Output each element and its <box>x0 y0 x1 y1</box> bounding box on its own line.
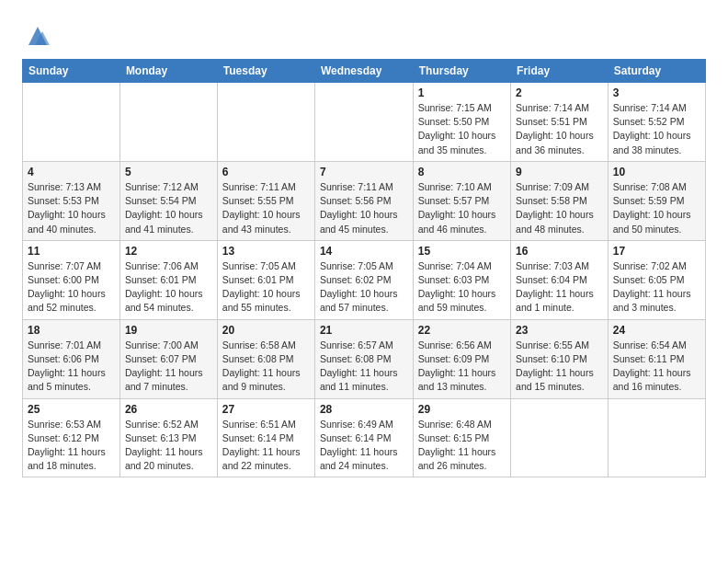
day-info: Sunrise: 6:54 AMSunset: 6:11 PMDaylight:… <box>613 339 700 395</box>
calendar-cell: 15Sunrise: 7:04 AMSunset: 6:03 PMDayligh… <box>413 240 510 319</box>
calendar-cell: 23Sunrise: 6:55 AMSunset: 6:10 PMDayligh… <box>511 319 609 398</box>
calendar-header-row: SundayMondayTuesdayWednesdayThursdayFrid… <box>23 60 706 83</box>
calendar-cell: 4Sunrise: 7:13 AMSunset: 5:53 PMDaylight… <box>23 161 120 240</box>
day-info: Sunrise: 7:12 AMSunset: 5:54 PMDaylight:… <box>125 180 212 236</box>
day-info: Sunrise: 7:02 AMSunset: 6:05 PMDaylight:… <box>613 259 700 316</box>
calendar-cell <box>119 83 217 162</box>
calendar-cell: 17Sunrise: 7:02 AMSunset: 6:05 PMDayligh… <box>608 240 705 319</box>
day-number: 17 <box>613 245 700 258</box>
calendar-header-thursday: Thursday <box>413 60 510 83</box>
day-info: Sunrise: 6:52 AMSunset: 6:13 PMDaylight:… <box>125 418 212 474</box>
day-number: 19 <box>125 324 212 337</box>
day-number: 16 <box>516 245 603 258</box>
day-info: Sunrise: 7:09 AMSunset: 5:58 PMDaylight:… <box>516 180 603 236</box>
calendar-header-tuesday: Tuesday <box>217 60 314 83</box>
calendar-week-row: 1Sunrise: 7:15 AMSunset: 5:50 PMDaylight… <box>23 83 706 162</box>
day-info: Sunrise: 6:56 AMSunset: 6:09 PMDaylight:… <box>418 339 506 395</box>
day-number: 26 <box>125 403 212 416</box>
calendar-cell: 11Sunrise: 7:07 AMSunset: 6:00 PMDayligh… <box>23 240 120 319</box>
calendar-cell <box>217 83 314 162</box>
day-info: Sunrise: 7:05 AMSunset: 6:01 PMDaylight:… <box>222 259 310 316</box>
day-number: 18 <box>28 324 115 337</box>
calendar-cell: 14Sunrise: 7:05 AMSunset: 6:02 PMDayligh… <box>314 240 413 319</box>
day-info: Sunrise: 6:49 AMSunset: 6:14 PMDaylight:… <box>320 418 408 474</box>
day-info: Sunrise: 7:08 AMSunset: 5:59 PMDaylight:… <box>613 180 700 236</box>
day-number: 4 <box>28 166 115 178</box>
day-info: Sunrise: 6:58 AMSunset: 6:08 PMDaylight:… <box>222 339 310 395</box>
day-number: 7 <box>320 166 408 178</box>
calendar-cell <box>23 83 120 162</box>
calendar-week-row: 18Sunrise: 7:01 AMSunset: 6:06 PMDayligh… <box>23 319 706 398</box>
day-info: Sunrise: 7:01 AMSunset: 6:06 PMDaylight:… <box>28 339 115 395</box>
day-number: 6 <box>222 166 310 178</box>
day-info: Sunrise: 7:14 AMSunset: 5:52 PMDaylight:… <box>613 101 700 157</box>
day-info: Sunrise: 7:14 AMSunset: 5:51 PMDaylight:… <box>516 101 603 157</box>
calendar-week-row: 25Sunrise: 6:53 AMSunset: 6:12 PMDayligh… <box>23 398 706 477</box>
calendar-cell: 8Sunrise: 7:10 AMSunset: 5:57 PMDaylight… <box>413 161 510 240</box>
calendar-cell: 24Sunrise: 6:54 AMSunset: 6:11 PMDayligh… <box>608 319 705 398</box>
calendar-cell: 27Sunrise: 6:51 AMSunset: 6:14 PMDayligh… <box>217 398 314 477</box>
day-number: 2 <box>516 86 603 99</box>
day-info: Sunrise: 6:51 AMSunset: 6:14 PMDaylight:… <box>222 418 310 474</box>
day-number: 3 <box>613 86 700 99</box>
day-info: Sunrise: 7:15 AMSunset: 5:50 PMDaylight:… <box>418 101 506 157</box>
day-info: Sunrise: 7:10 AMSunset: 5:57 PMDaylight:… <box>418 180 506 236</box>
day-number: 20 <box>222 324 310 337</box>
day-info: Sunrise: 7:11 AMSunset: 5:56 PMDaylight:… <box>320 180 408 236</box>
calendar-cell: 20Sunrise: 6:58 AMSunset: 6:08 PMDayligh… <box>217 319 314 398</box>
day-number: 8 <box>418 166 506 178</box>
day-number: 24 <box>613 324 700 337</box>
calendar-cell: 3Sunrise: 7:14 AMSunset: 5:52 PMDaylight… <box>608 83 705 162</box>
calendar-table: SundayMondayTuesdayWednesdayThursdayFrid… <box>22 59 706 477</box>
calendar-cell: 7Sunrise: 7:11 AMSunset: 5:56 PMDaylight… <box>314 161 413 240</box>
day-number: 15 <box>418 245 506 258</box>
day-number: 13 <box>222 245 310 258</box>
calendar-cell: 5Sunrise: 7:12 AMSunset: 5:54 PMDaylight… <box>119 161 217 240</box>
day-number: 9 <box>516 166 603 178</box>
day-info: Sunrise: 7:13 AMSunset: 5:53 PMDaylight:… <box>28 180 115 236</box>
day-info: Sunrise: 6:57 AMSunset: 6:08 PMDaylight:… <box>320 339 408 395</box>
calendar-cell: 9Sunrise: 7:09 AMSunset: 5:58 PMDaylight… <box>511 161 609 240</box>
day-number: 12 <box>125 245 212 258</box>
calendar-header-wednesday: Wednesday <box>314 60 413 83</box>
day-number: 23 <box>516 324 603 337</box>
day-number: 11 <box>28 245 115 258</box>
day-number: 14 <box>320 245 408 258</box>
calendar-cell: 21Sunrise: 6:57 AMSunset: 6:08 PMDayligh… <box>314 319 413 398</box>
calendar-header-saturday: Saturday <box>608 60 705 83</box>
day-number: 29 <box>418 403 506 416</box>
day-info: Sunrise: 7:11 AMSunset: 5:55 PMDaylight:… <box>222 180 310 236</box>
header <box>22 18 706 50</box>
calendar-cell: 1Sunrise: 7:15 AMSunset: 5:50 PMDaylight… <box>413 83 510 162</box>
calendar-cell: 13Sunrise: 7:05 AMSunset: 6:01 PMDayligh… <box>217 240 314 319</box>
calendar-cell: 2Sunrise: 7:14 AMSunset: 5:51 PMDaylight… <box>511 83 609 162</box>
calendar-cell: 26Sunrise: 6:52 AMSunset: 6:13 PMDayligh… <box>119 398 217 477</box>
calendar-cell: 10Sunrise: 7:08 AMSunset: 5:59 PMDayligh… <box>608 161 705 240</box>
calendar-cell: 6Sunrise: 7:11 AMSunset: 5:55 PMDaylight… <box>217 161 314 240</box>
calendar-cell <box>314 83 413 162</box>
calendar-cell <box>608 398 705 477</box>
day-info: Sunrise: 6:48 AMSunset: 6:15 PMDaylight:… <box>418 418 506 474</box>
calendar-week-row: 11Sunrise: 7:07 AMSunset: 6:00 PMDayligh… <box>23 240 706 319</box>
day-number: 28 <box>320 403 408 416</box>
calendar-cell <box>511 398 609 477</box>
calendar-cell: 29Sunrise: 6:48 AMSunset: 6:15 PMDayligh… <box>413 398 510 477</box>
logo <box>22 22 51 50</box>
day-number: 10 <box>613 166 700 178</box>
calendar-cell: 25Sunrise: 6:53 AMSunset: 6:12 PMDayligh… <box>23 398 120 477</box>
calendar-header-monday: Monday <box>119 60 217 83</box>
day-info: Sunrise: 6:53 AMSunset: 6:12 PMDaylight:… <box>28 418 115 474</box>
calendar-cell: 18Sunrise: 7:01 AMSunset: 6:06 PMDayligh… <box>23 319 120 398</box>
calendar-cell: 16Sunrise: 7:03 AMSunset: 6:04 PMDayligh… <box>511 240 609 319</box>
logo-icon <box>24 22 51 50</box>
calendar-week-row: 4Sunrise: 7:13 AMSunset: 5:53 PMDaylight… <box>23 161 706 240</box>
day-info: Sunrise: 7:06 AMSunset: 6:01 PMDaylight:… <box>125 259 212 316</box>
calendar-cell: 12Sunrise: 7:06 AMSunset: 6:01 PMDayligh… <box>119 240 217 319</box>
day-info: Sunrise: 7:00 AMSunset: 6:07 PMDaylight:… <box>125 339 212 395</box>
day-info: Sunrise: 7:05 AMSunset: 6:02 PMDaylight:… <box>320 259 408 316</box>
day-number: 25 <box>28 403 115 416</box>
day-info: Sunrise: 7:04 AMSunset: 6:03 PMDaylight:… <box>418 259 506 316</box>
day-info: Sunrise: 7:07 AMSunset: 6:00 PMDaylight:… <box>28 259 115 316</box>
calendar-cell: 19Sunrise: 7:00 AMSunset: 6:07 PMDayligh… <box>119 319 217 398</box>
calendar-cell: 28Sunrise: 6:49 AMSunset: 6:14 PMDayligh… <box>314 398 413 477</box>
